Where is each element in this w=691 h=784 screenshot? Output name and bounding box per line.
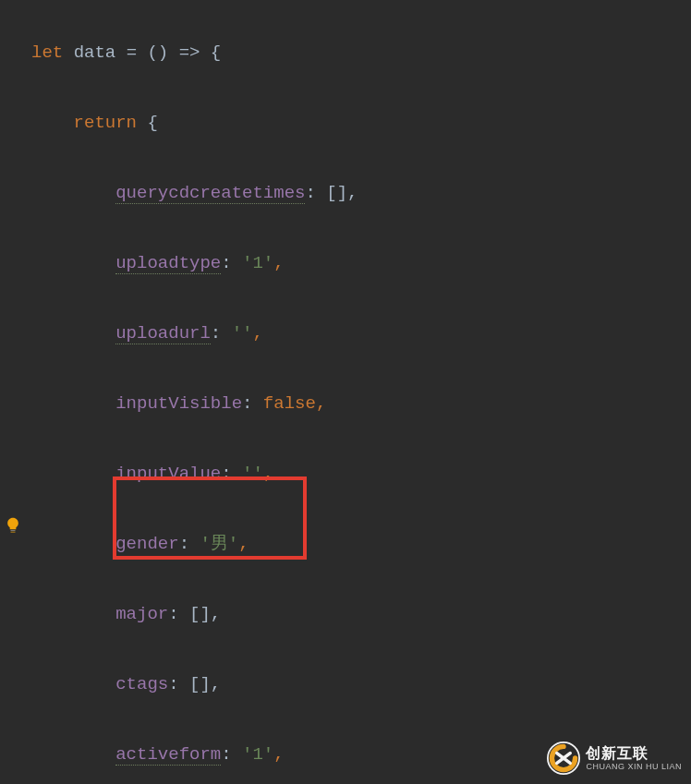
string-literal: '1' — [242, 253, 273, 273]
prop-activeform: activeform — [115, 744, 221, 766]
keyword-return: return — [74, 113, 137, 133]
code-line: inputVisible: false, — [31, 386, 446, 421]
boolean-literal: false — [263, 393, 316, 414]
code-line: return { — [31, 105, 446, 140]
keyword-let: let — [31, 42, 63, 63]
prop-uploadurl: uploadurl — [115, 323, 211, 344]
code-line: gender: '男', — [31, 526, 446, 561]
code-line: uploadurl: '', — [31, 316, 446, 351]
string-literal: '' — [242, 464, 263, 484]
editor-gutter — [0, 0, 31, 784]
value: : [], — [305, 183, 358, 203]
svg-rect-0 — [11, 530, 16, 531]
arrow-open: = () => { — [115, 42, 221, 63]
string-literal: '' — [232, 323, 253, 344]
colon-space: : — [179, 534, 200, 554]
prop-ctags: ctags — [115, 674, 168, 694]
colon-space: : — [211, 323, 232, 344]
prop-inputVisible: inputVisible — [115, 393, 242, 414]
string-literal: '男' — [200, 534, 238, 554]
string-literal: '1' — [242, 744, 273, 765]
code-area[interactable]: let data = () => { return { querycdcreat… — [31, 0, 446, 784]
code-line: major: [], — [31, 597, 446, 632]
comma: , — [238, 534, 249, 554]
code-line: uploadtype: '1', — [31, 246, 446, 281]
value: : [], — [168, 604, 221, 624]
watermark-text-small: CHUANG XIN HU LIAN — [586, 763, 682, 771]
identifier-data: data — [74, 42, 116, 63]
watermark-text-large: 创新互联 — [586, 746, 682, 761]
comma: , — [263, 464, 273, 484]
colon-space: : — [221, 253, 242, 273]
code-line: ctags: [], — [31, 667, 446, 702]
watermark: 创新互联 CHUANG XIN HU LIAN — [547, 742, 682, 775]
prop-uploadtype: uploadtype — [115, 253, 221, 274]
prop-querycdcreatetimes: querycdcreatetimes — [115, 183, 305, 204]
lightbulb-icon[interactable] — [4, 513, 22, 531]
open-brace: { — [137, 113, 158, 133]
prop-gender: gender — [115, 534, 178, 554]
colon-space: : — [242, 393, 263, 414]
prop-inputValue: inputValue — [115, 464, 221, 484]
code-line: let data = () => { — [31, 35, 446, 70]
code-line: inputValue: '', — [31, 456, 446, 491]
comma: , — [273, 744, 284, 765]
comma: , — [252, 323, 262, 344]
code-line: activeform: '1', — [31, 737, 446, 772]
colon-space: : — [221, 464, 242, 484]
colon-space: : — [221, 744, 242, 765]
comma: , — [273, 253, 284, 273]
watermark-logo-icon — [547, 742, 580, 775]
prop-major: major — [115, 604, 168, 624]
code-line: querycdcreatetimes: [], — [31, 175, 446, 211]
value: : [], — [168, 674, 221, 694]
comma: , — [316, 393, 326, 414]
